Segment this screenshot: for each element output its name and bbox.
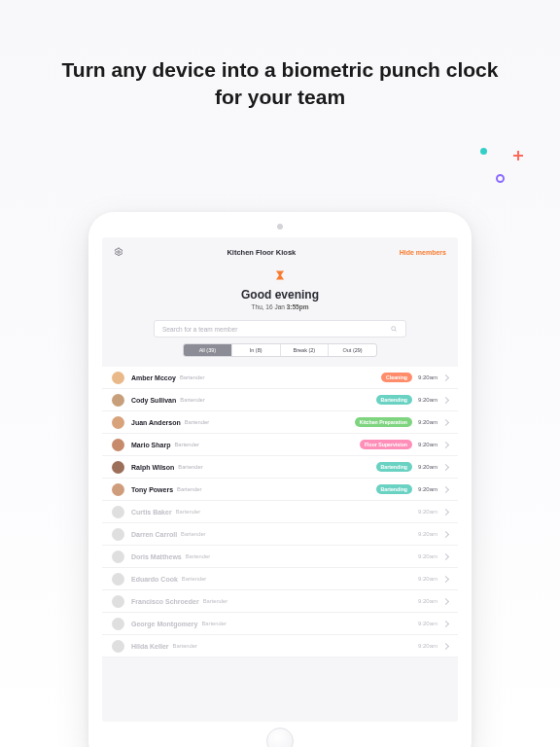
member-name: Amber Mccoy bbox=[131, 374, 176, 381]
avatar bbox=[112, 595, 124, 608]
member-row[interactable]: Francisco SchroederBartender9:20am bbox=[102, 590, 458, 613]
member-name: Curtis Baker bbox=[131, 509, 172, 516]
search-input[interactable]: Search for a team member bbox=[154, 320, 406, 338]
member-name: Tony Powers bbox=[131, 486, 173, 493]
chevron-right-icon bbox=[442, 463, 449, 470]
member-row[interactable]: Tony PowersBartenderBartending9:20am bbox=[102, 479, 458, 501]
chevron-right-icon bbox=[442, 552, 449, 559]
member-role: Bartender bbox=[182, 576, 206, 582]
gear-icon[interactable] bbox=[114, 247, 123, 258]
clockin-time: 9:20am bbox=[418, 576, 438, 582]
avatar bbox=[112, 461, 124, 474]
clockin-time: 9:20am bbox=[418, 621, 438, 626]
member-role: Bartender bbox=[177, 486, 201, 492]
avatar bbox=[112, 506, 124, 518]
chevron-right-icon bbox=[442, 620, 449, 626]
member-name: Darren Carroll bbox=[131, 531, 177, 538]
filter-segmented[interactable]: All (39)In (8)Break (2)Out (29) bbox=[183, 343, 377, 357]
member-name: George Montgomery bbox=[131, 621, 197, 627]
member-name: Hilda Keller bbox=[131, 643, 169, 650]
clockin-time: 9:20am bbox=[418, 486, 438, 492]
greeting: Good evening Thu, 16 Jan 3:55pm bbox=[102, 288, 458, 310]
member-role: Bartender bbox=[180, 397, 204, 403]
avatar bbox=[112, 439, 124, 451]
avatar bbox=[112, 483, 124, 496]
filter-tab[interactable]: In (8) bbox=[232, 344, 281, 356]
tablet-frame: Kitchen Floor Kiosk Hide members Good ev… bbox=[88, 212, 472, 747]
chevron-right-icon bbox=[442, 597, 449, 604]
filter-tab[interactable]: All (39) bbox=[184, 344, 232, 356]
status-badge: Kitchen Preparation bbox=[355, 417, 412, 427]
member-row[interactable]: Ralph WilsonBartenderBartending9:20am bbox=[102, 456, 458, 479]
greeting-time: 3:55pm bbox=[287, 303, 309, 310]
clockin-time: 9:20am bbox=[418, 553, 438, 559]
member-row[interactable]: George MontgomeryBartender9:20am bbox=[102, 613, 458, 635]
status-badge: Bartending bbox=[376, 395, 412, 405]
member-role: Bartender bbox=[186, 553, 210, 559]
member-row[interactable]: Curtis BakerBartender9:20am bbox=[102, 501, 458, 523]
hide-members-link[interactable]: Hide members bbox=[400, 249, 446, 256]
member-row[interactable]: Doris MatthewsBartender9:20am bbox=[102, 546, 458, 568]
chevron-right-icon bbox=[442, 418, 449, 425]
member-row[interactable]: Mario SharpBartenderFloor Supervision9:2… bbox=[102, 434, 458, 456]
clockin-time: 9:20am bbox=[418, 643, 438, 649]
clockin-time: 9:20am bbox=[418, 374, 438, 380]
chevron-right-icon bbox=[442, 485, 449, 492]
plus-icon bbox=[513, 151, 523, 160]
dot-icon bbox=[480, 148, 487, 155]
chevron-right-icon bbox=[442, 374, 449, 380]
clockin-time: 9:20am bbox=[418, 442, 438, 447]
member-row[interactable]: Darren CarrollBartender9:20am bbox=[102, 523, 458, 546]
member-name: Ralph Wilson bbox=[131, 464, 174, 471]
member-role: Bartender bbox=[181, 531, 205, 537]
ring-icon bbox=[496, 174, 505, 183]
greeting-text: Good evening bbox=[102, 288, 458, 302]
avatar bbox=[112, 528, 124, 541]
clockin-time: 9:20am bbox=[418, 397, 438, 403]
chevron-right-icon bbox=[442, 642, 449, 649]
member-name: Mario Sharp bbox=[131, 442, 170, 448]
avatar bbox=[112, 394, 124, 407]
member-role: Bartender bbox=[203, 598, 228, 604]
member-row[interactable]: Amber MccoyBartenderCleaning9:20am bbox=[102, 367, 458, 389]
search-placeholder: Search for a team member bbox=[162, 326, 237, 333]
member-name: Cody Sullivan bbox=[131, 397, 176, 404]
svg-point-0 bbox=[118, 251, 121, 254]
svg-line-2 bbox=[395, 330, 397, 332]
member-role: Bartender bbox=[173, 643, 197, 649]
avatar bbox=[112, 416, 124, 429]
greeting-datetime: Thu, 16 Jan 3:55pm bbox=[102, 303, 458, 310]
chevron-right-icon bbox=[442, 530, 449, 537]
clockin-time: 9:20am bbox=[418, 598, 438, 604]
app-screen: Kitchen Floor Kiosk Hide members Good ev… bbox=[102, 237, 458, 722]
status-badge: Floor Supervision bbox=[360, 440, 412, 449]
chevron-right-icon bbox=[442, 441, 449, 447]
member-name: Francisco Schroeder bbox=[131, 598, 199, 605]
avatar bbox=[112, 372, 124, 384]
chevron-right-icon bbox=[442, 396, 449, 403]
member-role: Bartender bbox=[176, 509, 200, 515]
member-name: Doris Matthews bbox=[131, 553, 182, 560]
status-badge: Cleaning bbox=[381, 373, 412, 382]
filter-tab[interactable]: Out (29) bbox=[329, 344, 376, 356]
member-role: Bartender bbox=[185, 419, 209, 425]
clockin-time: 9:20am bbox=[418, 419, 438, 425]
topbar: Kitchen Floor Kiosk Hide members bbox=[102, 237, 458, 266]
kiosk-title: Kitchen Floor Kiosk bbox=[227, 248, 296, 257]
logo-icon bbox=[102, 269, 458, 282]
status-badge: Bartending bbox=[376, 462, 412, 472]
member-row[interactable]: Cody SullivanBartenderBartending9:20am bbox=[102, 389, 458, 411]
hero-line1: Turn any device into a biometric punch c… bbox=[62, 58, 499, 81]
member-role: Bartender bbox=[180, 374, 204, 380]
member-row[interactable]: Hilda KellerBartender9:20am bbox=[102, 635, 458, 658]
member-role: Bartender bbox=[201, 621, 226, 626]
member-role: Bartender bbox=[178, 464, 202, 470]
member-name: Eduardo Cook bbox=[131, 576, 178, 583]
clockin-time: 9:20am bbox=[418, 464, 438, 470]
hero-heading: Turn any device into a biometric punch c… bbox=[0, 0, 560, 112]
chevron-right-icon bbox=[442, 575, 449, 582]
member-row[interactable]: Eduardo CookBartender9:20am bbox=[102, 568, 458, 590]
filter-tab[interactable]: Break (2) bbox=[281, 344, 330, 356]
avatar bbox=[112, 573, 124, 586]
member-row[interactable]: Juan AndersonBartenderKitchen Preparatio… bbox=[102, 411, 458, 434]
